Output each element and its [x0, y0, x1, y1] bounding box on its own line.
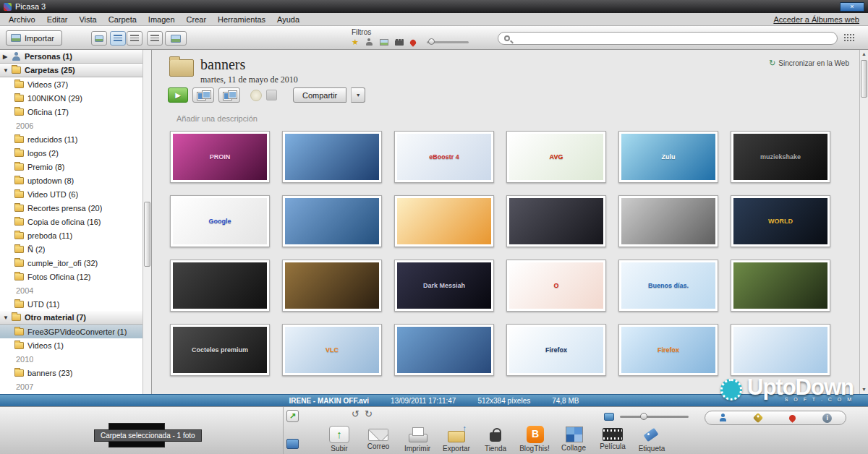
photo-thumbnail-2[interactable]: [282, 131, 382, 183]
menu-item-crear[interactable]: Crear: [181, 15, 213, 24]
slideshow-toolbar-button[interactable]: [165, 31, 187, 46]
sidebar-item-ñ-(2)[interactable]: Ñ (2): [0, 242, 143, 256]
sidebar-scrollbar[interactable]: [142, 50, 151, 394]
share-dropdown-button[interactable]: ▼: [351, 87, 365, 103]
action-export-button[interactable]: Exportar: [441, 426, 472, 453]
photo-thumbnail-9[interactable]: [394, 195, 494, 247]
sidebar-item-otro-material-(7)[interactable]: Otro material (7): [0, 311, 143, 325]
menu-item-ayuda[interactable]: Ayuda: [271, 15, 305, 24]
action-shop-button[interactable]: Tienda: [480, 426, 511, 453]
photo-thumbnail-15[interactable]: Dark Messiah: [394, 260, 494, 312]
photo-thumbnail-17[interactable]: Buenos días.: [618, 260, 718, 312]
photo-thumbnail-23[interactable]: Firefox: [618, 324, 718, 376]
sidebar-item-oficina-(17)[interactable]: Oficina (17): [0, 105, 143, 119]
date-filter-slider-thumb[interactable]: [428, 38, 435, 45]
web-albums-link[interactable]: Acceder a Álbumes web: [773, 15, 859, 24]
expand-icon[interactable]: [3, 53, 12, 60]
sidebar-item-premio-(8)[interactable]: Premio (8): [0, 160, 143, 174]
menu-item-imagen[interactable]: Imagen: [142, 15, 181, 24]
photo-thumbnail-6[interactable]: muziekshake: [731, 131, 830, 183]
sidebar-item-fotos-oficina-(12)[interactable]: Fotos Oficina (12): [0, 270, 143, 283]
sidebar-item-logos-(2)[interactable]: logos (2): [0, 146, 143, 160]
compact-view-button[interactable]: [843, 33, 855, 43]
tray-clear-button[interactable]: [286, 439, 299, 449]
scroll-up-button[interactable]: ▲: [860, 50, 868, 59]
photo-thumbnail-24[interactable]: [731, 324, 830, 376]
sidebar-item-carpetas-(25)[interactable]: Carpetas (25): [0, 64, 143, 77]
photo-thumbnail-21[interactable]: [394, 324, 494, 376]
photo-thumbnail-19[interactable]: Cocteles premium: [170, 324, 270, 376]
tags-view-icon[interactable]: [753, 413, 763, 423]
sidebar-item-cumple_itor_ofi-(32)[interactable]: cumple_itor_ofi (32): [0, 256, 143, 270]
thumbnail-size-slider[interactable]: [620, 416, 689, 418]
gallery-button[interactable]: [218, 87, 240, 103]
thumbnail-size-slider-thumb[interactable]: [640, 413, 647, 420]
sidebar-item-recortes-prensa-(20)[interactable]: Recortes prensa (20): [0, 201, 143, 215]
photo-thumbnail-12[interactable]: WORLD: [731, 195, 830, 247]
search-input[interactable]: [514, 34, 831, 43]
menu-item-vista[interactable]: Vista: [73, 15, 102, 24]
photo-thumbnail-14[interactable]: [282, 260, 382, 312]
view-list-button[interactable]: [110, 31, 126, 46]
photo-thumbnail-5[interactable]: Zulu: [618, 131, 718, 183]
photo-thumbnail-10[interactable]: [506, 195, 606, 247]
sidebar-item-personas-(1)[interactable]: Personas (1): [0, 50, 143, 64]
sidebar-item-copia-de-oficina-(16)[interactable]: Copia de oficina (16): [0, 215, 143, 228]
photo-thumbnail-22[interactable]: Firefox: [506, 324, 606, 376]
import-button[interactable]: Importar: [6, 30, 62, 46]
faces-filter-icon[interactable]: [365, 38, 373, 46]
action-collage-button[interactable]: Collage: [558, 426, 589, 453]
sidebar-item-100nikon-(29)[interactable]: 100NIKON (29): [0, 91, 143, 105]
action-mail-button[interactable]: Correo: [363, 426, 393, 453]
sync-to-web[interactable]: ↻ Sincronizar en la Web: [769, 59, 849, 68]
scroll-down-button[interactable]: ▼: [860, 385, 868, 394]
collapse-icon[interactable]: [3, 67, 12, 74]
sidebar-item-preboda-(11)[interactable]: preboda (11): [0, 228, 143, 242]
action-tag-button[interactable]: Etiqueta: [637, 426, 667, 453]
sort-button[interactable]: [147, 31, 163, 46]
album-description-field[interactable]: Añadir una descripción: [176, 114, 258, 123]
places-view-icon[interactable]: [788, 414, 797, 423]
timeline-button[interactable]: [192, 87, 214, 103]
sidebar-item-2006[interactable]: 2006: [0, 119, 143, 132]
action-upload-button[interactable]: Subir: [324, 426, 354, 453]
photo-thumbnail-20[interactable]: VLC: [282, 324, 382, 376]
photo-thumbnail-8[interactable]: [282, 195, 382, 247]
action-movie-button[interactable]: Película: [597, 426, 628, 453]
sidebar-scrollbar-thumb[interactable]: [144, 202, 150, 267]
collapse-icon[interactable]: [3, 314, 12, 321]
menu-item-herramientas[interactable]: Herramientas: [212, 15, 271, 24]
menu-item-carpeta[interactable]: Carpeta: [103, 15, 142, 24]
sidebar-item-video-utd-(6)[interactable]: Video UTD (6): [0, 187, 143, 201]
upload-photos-button[interactable]: [91, 31, 107, 46]
photo-thumbnail-11[interactable]: [618, 195, 718, 247]
tray-hold-button[interactable]: ↗: [286, 410, 299, 422]
photo-thumbnail-1[interactable]: PROIN: [170, 131, 270, 183]
photo-thumbnail-16[interactable]: O: [506, 260, 606, 312]
sidebar-item-2010[interactable]: 2010: [0, 352, 143, 366]
sidebar-item-2007[interactable]: 2007: [0, 380, 143, 393]
slideshow-play-button[interactable]: ▶: [168, 87, 188, 103]
main-scrollbar-thumb[interactable]: [861, 60, 867, 98]
sidebar-item-videos-(37)[interactable]: Videos (37): [0, 77, 143, 91]
geotag-filter-icon[interactable]: [409, 38, 417, 46]
sidebar-item-banners-(23)[interactable]: banners (23): [0, 366, 143, 380]
main-scrollbar[interactable]: ▲ ▼: [859, 50, 868, 394]
photo-thumbnail-7[interactable]: Google: [170, 195, 270, 247]
close-button[interactable]: ×: [840, 2, 864, 12]
photo-thumbnail-18[interactable]: [731, 260, 830, 312]
redo-icon[interactable]: ↻: [365, 408, 373, 419]
action-blogger-button[interactable]: BlogThis!: [519, 426, 550, 453]
action-printer-button[interactable]: Imprimir: [402, 426, 433, 453]
people-view-icon[interactable]: [719, 414, 728, 422]
sidebar-item-reducidos-(11)[interactable]: reducidos (11): [0, 132, 143, 146]
sidebar-item-free3gpvideoconverter-(1)[interactable]: Free3GPVideoConverter (1): [0, 325, 143, 338]
menu-item-editar[interactable]: Editar: [41, 15, 74, 24]
sidebar-item-2004[interactable]: 2004: [0, 283, 143, 297]
videos-filter-icon[interactable]: [395, 39, 404, 46]
sidebar-item-videos-(1)[interactable]: Videos (1): [0, 338, 143, 352]
share-button[interactable]: Compartir: [293, 87, 346, 103]
sidebar-item-uptodown-(8)[interactable]: uptodown (8): [0, 174, 143, 187]
photos-filter-icon[interactable]: [380, 39, 388, 46]
menu-item-archivo[interactable]: Archivo: [3, 15, 41, 24]
